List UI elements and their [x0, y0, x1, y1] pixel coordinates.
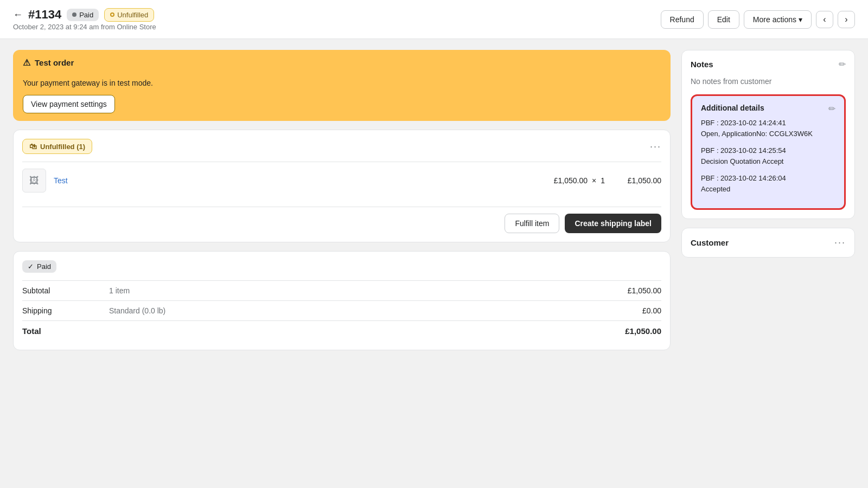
page-content: ⚠ Test order Your payment gateway is in …	[0, 39, 868, 361]
shipping-amount: £0.00	[612, 306, 661, 315]
notes-title: Notes	[691, 60, 713, 69]
unfulfilled-card-header: 🛍 Unfulfilled (1) ···	[22, 139, 661, 154]
customer-card-header: Customer ···	[691, 237, 846, 248]
notes-card-header: Notes ✏	[691, 59, 846, 69]
test-order-title: ⚠ Test order	[23, 57, 661, 68]
detail-entry-1: PBF : 2023-10-02 14:24:41 Open, Applicat…	[701, 118, 835, 139]
more-actions-label: More actions	[753, 15, 796, 24]
additional-details-card: Additional details ✏ PBF : 2023-10-02 14…	[691, 94, 846, 210]
chevron-down-icon: ▾	[799, 15, 802, 24]
item-qty: 1	[601, 176, 605, 185]
subtotal-row: Subtotal 1 item £1,050.00	[22, 280, 661, 300]
total-label: Total	[22, 326, 109, 336]
order-subtitle: October 2, 2023 at 9:24 am from Online S…	[13, 23, 654, 31]
detail-2-line1: PBF : 2023-10-02 14:25:54	[701, 145, 835, 156]
create-shipping-label-button[interactable]: Create shipping label	[565, 214, 661, 233]
unfulfilled-badge: Unfulfilled	[104, 8, 154, 22]
paid-section-badge-label: Paid	[37, 262, 51, 271]
prev-order-button[interactable]: ‹	[816, 11, 833, 28]
shipping-row: Shipping Standard (0.0 lb) £0.00	[22, 300, 661, 320]
detail-entry-3: PBF : 2023-10-02 14:26:04 Accepted	[701, 173, 835, 194]
item-price-qty: £1,050.00 × 1	[554, 176, 605, 185]
side-column: Notes ✏ No notes from customer	[681, 50, 855, 350]
item-thumbnail: 🖼	[22, 169, 46, 192]
fulfill-item-button[interactable]: Fulfill item	[505, 214, 559, 233]
next-order-button[interactable]: ›	[838, 11, 855, 28]
notes-card: Notes ✏ No notes from customer	[681, 50, 855, 219]
unfulfilled-menu-button[interactable]: ···	[650, 141, 661, 152]
refund-button[interactable]: Refund	[661, 10, 704, 29]
paid-badge-dot	[72, 12, 76, 17]
unfulfilled-card: 🛍 Unfulfilled (1) ··· 🖼 Test £1,050.00 ×…	[13, 130, 671, 242]
detail-1-line2: Open, ApplicationNo: CCGLX3W6K	[701, 129, 835, 139]
header-actions: Refund Edit More actions ▾ ‹ ›	[661, 10, 855, 29]
test-order-banner: ⚠ Test order Your payment gateway is in …	[13, 50, 671, 121]
customer-card: Customer ···	[681, 228, 855, 258]
item-total: £1,050.00	[612, 176, 661, 185]
checkmark-icon: ✓	[28, 262, 34, 271]
notes-empty-text: No notes from customer	[691, 75, 846, 88]
top-header: ← #1134 Paid Unfulfilled October 2, 2023…	[0, 0, 868, 39]
bag-icon: 🛍	[29, 142, 37, 151]
subtotal-label: Subtotal	[22, 286, 109, 295]
additional-details-title: Additional details	[701, 104, 764, 112]
shipping-label: Shipping	[22, 306, 109, 315]
subtotal-amount: £1,050.00	[612, 286, 661, 295]
test-order-body: Your payment gateway is in test mode.	[23, 73, 661, 89]
view-payment-settings-button[interactable]: View payment settings	[23, 95, 115, 113]
detail-2-line2: Decision Quotation Accept	[701, 156, 835, 167]
warning-icon: ⚠	[23, 57, 30, 68]
order-number: #1134	[28, 8, 61, 22]
subtotal-desc: 1 item	[109, 286, 612, 295]
customer-title: Customer	[691, 238, 729, 247]
item-multiply: ×	[592, 176, 596, 185]
main-column: ⚠ Test order Your payment gateway is in …	[13, 50, 671, 350]
edit-button[interactable]: Edit	[708, 10, 739, 29]
detail-3-line1: PBF : 2023-10-02 14:26:04	[701, 173, 835, 184]
detail-3-line2: Accepted	[701, 184, 835, 195]
more-actions-button[interactable]: More actions ▾	[744, 10, 812, 29]
total-amount: £1,050.00	[612, 326, 661, 336]
customer-menu-button[interactable]: ···	[834, 237, 846, 248]
test-order-title-text: Test order	[35, 58, 74, 67]
additional-details-wrapper: Additional details ✏ PBF : 2023-10-02 14…	[691, 94, 846, 210]
back-button[interactable]: ←	[13, 9, 23, 21]
item-price: £1,050.00	[554, 176, 588, 185]
unfulfilled-badge-label: Unfulfilled	[117, 11, 148, 19]
paid-card: ✓ Paid Subtotal 1 item £1,050.00 Shippin…	[13, 251, 671, 350]
additional-details-edit-icon[interactable]: ✏	[828, 104, 835, 114]
unfulfilled-badge-count: Unfulfilled (1)	[40, 143, 85, 151]
shipping-desc: Standard (0.0 lb)	[109, 306, 612, 315]
total-row: Total £1,050.00	[22, 320, 661, 341]
unfulfilled-section-badge: 🛍 Unfulfilled (1)	[22, 139, 92, 154]
order-item-row: 🖼 Test £1,050.00 × 1 £1,050.00	[22, 162, 661, 199]
header-title-row: ← #1134 Paid Unfulfilled	[13, 8, 654, 22]
paid-badge-label: Paid	[79, 11, 93, 19]
image-icon: 🖼	[29, 175, 39, 187]
unfulfilled-badge-circle	[110, 12, 114, 17]
detail-1-line1: PBF : 2023-10-02 14:24:41	[701, 118, 835, 129]
paid-section-badge: ✓ Paid	[22, 260, 56, 273]
header-left: ← #1134 Paid Unfulfilled October 2, 2023…	[13, 8, 654, 31]
fulfill-actions: Fulfill item Create shipping label	[22, 207, 661, 233]
paid-badge: Paid	[67, 9, 99, 21]
item-name[interactable]: Test	[54, 176, 546, 185]
detail-entry-2: PBF : 2023-10-02 14:25:54 Decision Quota…	[701, 145, 835, 166]
notes-edit-icon[interactable]: ✏	[839, 59, 846, 69]
